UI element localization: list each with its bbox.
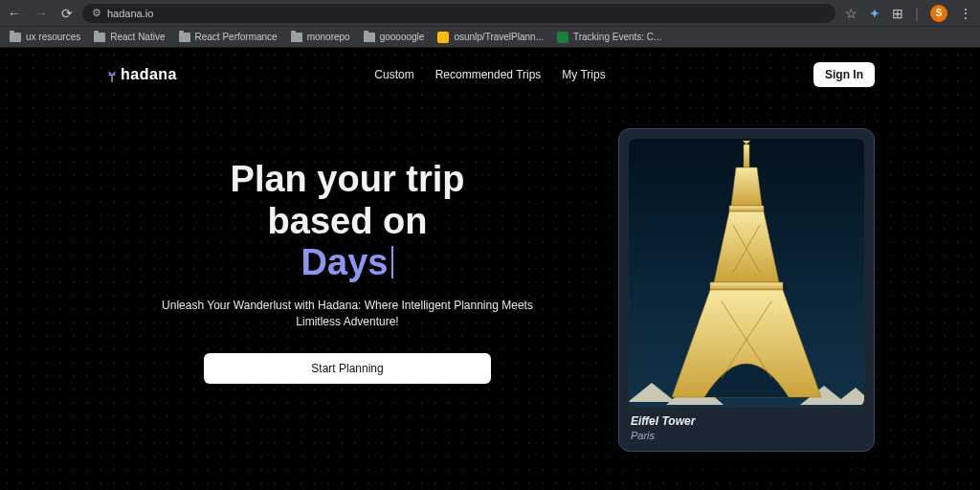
eiffel-tower-icon <box>629 139 864 407</box>
sign-in-button[interactable]: Sign In <box>813 62 875 87</box>
svg-rect-11 <box>710 282 783 290</box>
destination-title: Eiffel Tower <box>631 414 862 428</box>
extensions-puzzle-icon[interactable]: ⊞ <box>892 6 903 21</box>
site-header: hadana Custom Recommended Trips My Trips… <box>0 48 980 92</box>
bookmark-item[interactable]: gooooogle <box>364 32 425 42</box>
bookmark-item[interactable]: React Performance <box>179 32 278 42</box>
hero-title-accent: Days <box>301 242 389 284</box>
url-text: hadana.io <box>107 8 153 19</box>
brand-name: hadana <box>121 66 177 83</box>
hero-title-line2: based on <box>268 201 428 241</box>
hero-title: Plan your trip based on Days <box>105 159 590 284</box>
hero-subtitle: Unleash Your Wanderlust with Hadana: Whe… <box>142 298 553 330</box>
destination-card[interactable]: Eiffel Tower Paris <box>618 128 875 452</box>
palm-tree-icon <box>105 70 119 83</box>
kebab-menu-icon[interactable]: ⋮ <box>959 6 972 21</box>
folder-icon <box>179 33 190 42</box>
destination-photo <box>629 139 864 407</box>
bookmark-item[interactable]: React Native <box>94 32 165 42</box>
bookmarks-bar: ux resources React Native React Performa… <box>0 27 980 48</box>
svg-rect-6 <box>744 145 749 167</box>
folder-icon <box>291 33 302 42</box>
main-nav: Custom Recommended Trips My Trips <box>374 68 605 81</box>
bookmark-label: Tracking Events: C... <box>573 32 661 42</box>
svg-rect-9 <box>729 206 764 212</box>
divider: | <box>915 6 919 21</box>
svg-marker-8 <box>731 167 762 206</box>
bookmark-item[interactable]: osunlp/TravelPlann... <box>437 32 544 43</box>
folder-icon <box>10 33 21 42</box>
folder-icon <box>364 33 375 42</box>
svg-rect-0 <box>111 76 112 82</box>
start-planning-button[interactable]: Start Planning <box>204 353 491 384</box>
bookmark-star-icon[interactable]: ☆ <box>845 6 858 21</box>
reload-icon[interactable]: ⟳ <box>61 6 73 21</box>
folder-icon <box>94 33 105 42</box>
typing-cursor-icon <box>391 246 393 278</box>
extension-icon[interactable]: ✦ <box>869 6 880 21</box>
bookmark-item[interactable]: monorepo <box>291 32 350 42</box>
address-bar[interactable]: ⚙ hadana.io <box>82 4 835 23</box>
bookmark-label: osunlp/TravelPlann... <box>454 32 544 42</box>
page-body: hadana Custom Recommended Trips My Trips… <box>0 48 980 490</box>
nav-recommended-trips[interactable]: Recommended Trips <box>435 68 542 81</box>
bookmark-label: monorepo <box>307 32 350 42</box>
bookmark-label: ux resources <box>26 32 80 42</box>
bookmark-item[interactable]: ux resources <box>10 32 80 42</box>
bookmark-label: gooooogle <box>380 32 425 42</box>
bookmark-item[interactable]: Tracking Events: C... <box>557 32 661 43</box>
browser-toolbar: ← → ⟳ ⚙ hadana.io ☆ ✦ ⊞ | S ⋮ <box>0 0 980 27</box>
bookmark-label: React Performance <box>195 32 278 42</box>
hero-title-line1: Plan your trip <box>231 159 465 199</box>
destination-city: Paris <box>631 430 862 441</box>
bookmark-label: React Native <box>110 32 165 42</box>
back-icon[interactable]: ← <box>8 6 21 21</box>
brand-logo[interactable]: hadana <box>105 66 177 83</box>
favicon-icon <box>437 32 449 43</box>
hero-copy: Plan your trip based on Days Unleash You… <box>105 121 590 452</box>
profile-avatar[interactable]: S <box>930 5 947 22</box>
forward-icon[interactable]: → <box>34 6 48 21</box>
nav-custom[interactable]: Custom <box>374 68 413 81</box>
site-settings-icon[interactable]: ⚙ <box>92 7 101 19</box>
nav-my-trips[interactable]: My Trips <box>562 68 605 81</box>
favicon-icon <box>557 32 568 43</box>
